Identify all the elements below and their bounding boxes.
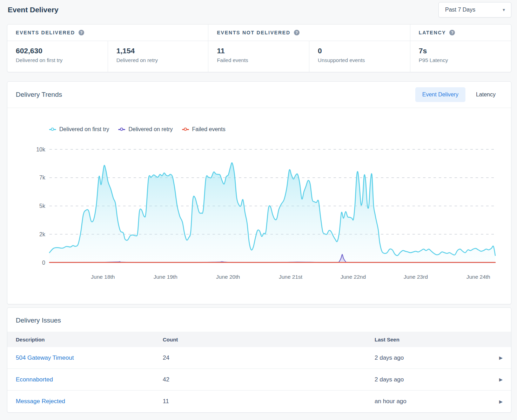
column-count: Count: [163, 337, 375, 343]
svg-text:2k: 2k: [39, 231, 46, 237]
section-header: EVENTS NOT DELIVERED ?: [208, 25, 410, 41]
events-not-delivered-section: EVENTS NOT DELIVERED ? 11 Failed events …: [208, 25, 410, 72]
metric-value: 11: [217, 47, 301, 55]
section-title: EVENTS DELIVERED: [16, 30, 75, 35]
section-metrics: 602,630 Delivered on first try 1,154 Del…: [7, 41, 208, 72]
section-metrics: 11 Failed events 0 Unsupported events: [208, 41, 410, 72]
issue-count: 42: [163, 376, 375, 383]
metric-label: Unsupported events: [318, 57, 402, 63]
svg-text:0: 0: [42, 260, 45, 266]
issue-last-seen: an hour ago: [375, 398, 490, 405]
metric-value: 1,154: [116, 47, 200, 55]
time-range-dropdown[interactable]: Past 7 Days ▼: [438, 2, 511, 18]
section-header: LATENCY ?: [410, 25, 511, 41]
column-last-seen: Last Seen: [375, 337, 490, 343]
caret-down-icon: ▼: [502, 8, 506, 12]
issue-description-link[interactable]: Econnaborted: [16, 376, 163, 383]
section-header: EVENTS DELIVERED ?: [7, 25, 208, 41]
svg-text:June 24th: June 24th: [466, 274, 490, 280]
section-title: LATENCY: [419, 30, 446, 35]
metric-label: Failed events: [217, 57, 301, 63]
delivery-trends-chart: Delivered on first try Delivered on retr…: [7, 108, 511, 304]
section-title: EVENTS NOT DELIVERED: [217, 30, 290, 35]
delivery-issues-card: Delivery Issues Description Count Last S…: [7, 307, 511, 413]
issues-table-header: Description Count Last Seen: [7, 332, 511, 347]
issue-count: 11: [163, 398, 375, 405]
issue-row-504-gateway-timeout[interactable]: 504 Gateway Timeout 24 2 days ago ▶: [7, 347, 511, 369]
metric-delivered-retry: 1,154 Delivered on retry: [108, 41, 208, 72]
svg-text:June 23rd: June 23rd: [404, 274, 428, 280]
trend-chart-svg: 02k5k7k10kJune 18thJune 19thJune 20thJun…: [7, 108, 511, 304]
issues-title: Delivery Issues: [7, 308, 511, 332]
delivery-trends-card: Delivery Trends Event Delivery Latency D…: [7, 81, 511, 304]
metric-value: 0: [318, 47, 402, 55]
metric-value: 7s: [419, 47, 503, 55]
issue-row-econnaborted[interactable]: Econnaborted 42 2 days ago ▶: [7, 369, 511, 391]
tab-latency[interactable]: Latency: [469, 87, 503, 102]
event-delivery-page: Event Delivery Past 7 Days ▼ EVENTS DELI…: [0, 0, 517, 413]
time-range-value: Past 7 Days: [445, 7, 475, 13]
issue-last-seen: 2 days ago: [375, 354, 490, 361]
svg-text:5k: 5k: [39, 203, 46, 209]
metric-unsupported-events: 0 Unsupported events: [309, 41, 410, 72]
help-icon[interactable]: ?: [294, 30, 300, 35]
svg-text:10k: 10k: [36, 147, 46, 153]
svg-text:7k: 7k: [39, 175, 46, 181]
metric-label: Delivered on first try: [16, 57, 99, 63]
svg-text:June 21st: June 21st: [279, 274, 303, 280]
issue-description-link[interactable]: 504 Gateway Timeout: [16, 354, 163, 361]
events-delivered-section: EVENTS DELIVERED ? 602,630 Delivered on …: [7, 25, 208, 72]
section-metrics: 7s P95 Latency: [410, 41, 511, 72]
column-description: Description: [16, 337, 163, 343]
metric-failed-events: 11 Failed events: [208, 41, 309, 72]
topbar: Event Delivery Past 7 Days ▼: [7, 0, 511, 24]
chevron-right-icon[interactable]: ▶: [499, 399, 503, 404]
trends-title: Delivery Trends: [16, 91, 62, 99]
issue-row-message-rejected[interactable]: Message Rejected 11 an hour ago ▶: [7, 391, 511, 412]
metric-label: P95 Latency: [419, 57, 503, 63]
svg-text:June 22nd: June 22nd: [341, 274, 366, 280]
chevron-right-icon[interactable]: ▶: [499, 377, 503, 382]
summary-metrics-card: EVENTS DELIVERED ? 602,630 Delivered on …: [7, 24, 511, 72]
metric-p95-latency: 7s P95 Latency: [410, 41, 511, 72]
metric-label: Delivered on retry: [116, 57, 200, 63]
metric-value: 602,630: [16, 47, 99, 55]
issue-description-link[interactable]: Message Rejected: [16, 398, 163, 405]
metric-delivered-first-try: 602,630 Delivered on first try: [7, 41, 108, 72]
latency-section: LATENCY ? 7s P95 Latency: [410, 25, 511, 72]
trends-header: Delivery Trends Event Delivery Latency: [7, 82, 511, 108]
svg-text:June 20th: June 20th: [216, 274, 240, 280]
chevron-right-icon[interactable]: ▶: [499, 355, 503, 360]
issue-last-seen: 2 days ago: [375, 376, 490, 383]
issue-count: 24: [163, 354, 375, 361]
page-title: Event Delivery: [8, 6, 59, 14]
svg-text:June 18th: June 18th: [91, 274, 115, 280]
trends-tabs: Event Delivery Latency: [415, 87, 503, 102]
svg-text:June 19th: June 19th: [154, 274, 177, 280]
tab-event-delivery[interactable]: Event Delivery: [415, 87, 465, 102]
help-icon[interactable]: ?: [79, 30, 84, 35]
help-icon[interactable]: ?: [449, 30, 455, 35]
